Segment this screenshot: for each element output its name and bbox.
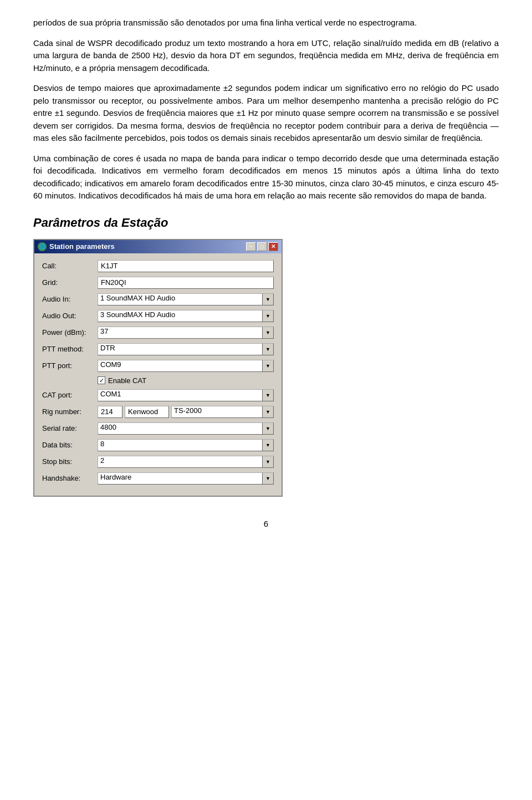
cat-port-field: COM1 ▼ [98,389,274,401]
ptt-port-select[interactable]: COM9 ▼ [98,360,274,372]
ptt-method-row: PTT method: DTR ▼ [42,343,274,355]
serial-rate-arrow: ▼ [262,423,273,434]
rig-number-label: Rig number: [42,407,98,416]
call-field [98,260,274,272]
paragraph-6: Uma combinação de cores é usada no mapa … [33,152,499,202]
data-bits-row: Data bits: 8 ▼ [42,439,274,451]
cat-port-row: CAT port: COM1 ▼ [42,389,274,401]
data-bits-label: Data bits: [42,441,98,449]
power-field: 37 ▼ [98,327,274,339]
audio-in-value: 1 SoundMAX HD Audio [98,294,262,305]
data-bits-select[interactable]: 8 ▼ [98,439,274,451]
audio-out-label: Audio Out: [42,312,98,320]
grid-input[interactable] [98,277,274,289]
rig-fields-group: TS-2000 ▼ [98,406,274,418]
titlebar-left: 🌐 Station parameters [38,242,115,251]
audio-out-arrow: ▼ [262,310,273,322]
rig-model-select[interactable]: TS-2000 ▼ [171,406,274,418]
ptt-method-field: DTR ▼ [98,343,274,355]
audio-out-row: Audio Out: 3 SoundMAX HD Audio ▼ [42,310,274,322]
power-row: Power (dBm): 37 ▼ [42,327,274,339]
rig-number-input[interactable] [98,406,122,418]
serial-rate-row: Serial rate: 4800 ▼ [42,422,274,435]
power-arrow: ▼ [262,327,273,338]
serial-rate-select[interactable]: 4800 ▼ [98,422,274,435]
cat-port-label: CAT port: [42,391,98,399]
audio-out-value: 3 SoundMAX HD Audio [98,310,262,322]
cat-port-select[interactable]: COM1 ▼ [98,389,274,401]
paragraph-1: períodos de sua própria transmissão são … [33,17,499,29]
call-label: Call: [42,262,98,270]
power-select[interactable]: 37 ▼ [98,327,274,339]
enable-cat-row: ✓ Enable CAT [98,376,274,385]
stop-bits-field: 2 ▼ [98,456,274,468]
power-label: Power (dBm): [42,328,98,337]
call-row: Call: [42,260,274,272]
dialog-window: 🌐 Station parameters – □ ✕ Call: Grid: [33,239,283,497]
paragraph-2: Cada sinal de WSPR decodificado produz u… [33,37,499,75]
section-title: Parâmetros da Estação [33,216,499,230]
grid-label: Grid: [42,278,98,287]
call-input[interactable] [98,260,274,272]
audio-in-field: 1 SoundMAX HD Audio ▼ [98,293,274,305]
audio-out-select[interactable]: 3 SoundMAX HD Audio ▼ [98,310,274,322]
handshake-value: Hardware [98,473,262,484]
ptt-port-arrow: ▼ [262,360,273,371]
page-number: 6 [33,519,499,528]
audio-in-arrow: ▼ [262,294,273,305]
grid-field [98,277,274,289]
enable-cat-checkbox[interactable]: ✓ [98,376,105,384]
rig-model-value: TS-2000 [172,406,262,417]
titlebar-buttons: – □ ✕ [246,242,278,251]
cat-port-arrow: ▼ [262,390,273,401]
data-bits-value: 8 [98,440,262,451]
rig-model-arrow: ▼ [262,406,273,417]
ptt-method-value: DTR [98,344,262,355]
handshake-select[interactable]: Hardware ▼ [98,472,274,485]
minimize-button[interactable]: – [246,242,256,251]
audio-out-field: 3 SoundMAX HD Audio ▼ [98,310,274,322]
cat-port-value: COM1 [98,390,262,401]
ptt-method-arrow: ▼ [262,344,273,355]
station-parameters-dialog: 🌐 Station parameters – □ ✕ Call: Grid: [33,239,499,497]
grid-row: Grid: [42,277,274,289]
data-bits-arrow: ▼ [262,440,273,451]
maximize-button[interactable]: □ [257,242,267,251]
power-value: 37 [98,327,262,338]
ptt-port-value: COM9 [98,360,262,371]
ptt-port-row: PTT port: COM9 ▼ [42,360,274,372]
data-bits-field: 8 ▼ [98,439,274,451]
close-button[interactable]: ✕ [268,242,278,251]
dialog-icon: 🌐 [38,242,47,251]
handshake-arrow: ▼ [262,473,273,484]
ptt-port-label: PTT port: [42,361,98,370]
stop-bits-label: Stop bits: [42,457,98,466]
handshake-row: Handshake: Hardware ▼ [42,472,274,485]
serial-rate-label: Serial rate: [42,424,98,432]
ptt-port-field: COM9 ▼ [98,360,274,372]
stop-bits-select[interactable]: 2 ▼ [98,456,274,468]
enable-cat-label: Enable CAT [108,376,146,385]
serial-rate-value: 4800 [98,423,262,434]
dialog-title: Station parameters [49,242,115,251]
stop-bits-value: 2 [98,456,262,467]
rig-number-field: TS-2000 ▼ [98,406,274,418]
ptt-method-select[interactable]: DTR ▼ [98,343,274,355]
stop-bits-arrow: ▼ [262,456,273,467]
audio-in-label: Audio In: [42,295,98,303]
dialog-titlebar: 🌐 Station parameters – □ ✕ [34,240,282,253]
audio-in-row: Audio In: 1 SoundMAX HD Audio ▼ [42,293,274,305]
audio-in-select[interactable]: 1 SoundMAX HD Audio ▼ [98,293,274,305]
dialog-body: Call: Grid: Audio In: 1 SoundMAX HD Audi… [34,253,282,496]
rig-number-row: Rig number: TS-2000 ▼ [42,406,274,418]
ptt-method-label: PTT method: [42,345,98,353]
serial-rate-field: 4800 ▼ [98,422,274,435]
handshake-field: Hardware ▼ [98,472,274,485]
rig-brand-input[interactable] [125,406,169,418]
stop-bits-row: Stop bits: 2 ▼ [42,456,274,468]
handshake-label: Handshake: [42,474,98,482]
paragraph-3: Desvios de tempo maiores que aproximadam… [33,82,499,145]
